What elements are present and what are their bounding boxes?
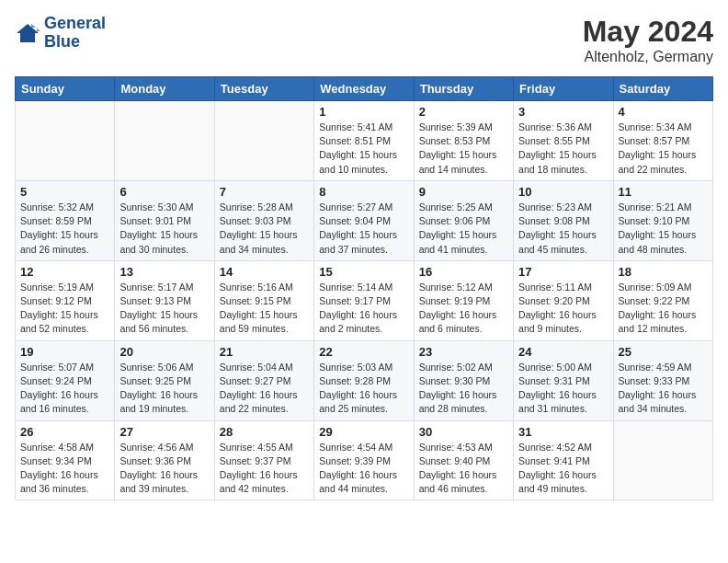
calendar-cell: 3Sunrise: 5:36 AMSunset: 8:55 PMDaylight…	[514, 101, 613, 181]
day-info: Sunrise: 5:36 AMSunset: 8:55 PMDaylight:…	[518, 121, 608, 177]
day-number: 14	[220, 265, 309, 279]
calendar-cell: 11Sunrise: 5:21 AMSunset: 9:10 PMDayligh…	[613, 180, 712, 260]
weekday-header: Saturday	[613, 77, 712, 101]
day-number: 25	[619, 345, 708, 359]
calendar-cell: 17Sunrise: 5:11 AMSunset: 9:20 PMDayligh…	[514, 260, 613, 340]
day-number: 15	[319, 265, 408, 279]
logo-line2: Blue	[44, 33, 106, 52]
day-number: 12	[20, 265, 109, 279]
calendar-cell: 27Sunrise: 4:56 AMSunset: 9:36 PMDayligh…	[115, 420, 214, 500]
day-info: Sunrise: 4:59 AMSunset: 9:33 PMDaylight:…	[619, 361, 708, 417]
day-info: Sunrise: 5:27 AMSunset: 9:04 PMDaylight:…	[319, 201, 408, 257]
day-info: Sunrise: 4:55 AMSunset: 9:37 PMDaylight:…	[220, 441, 309, 497]
calendar-cell	[214, 101, 313, 181]
calendar-cell: 31Sunrise: 4:52 AMSunset: 9:41 PMDayligh…	[514, 420, 613, 500]
calendar-cell: 5Sunrise: 5:32 AMSunset: 8:59 PMDaylight…	[16, 180, 115, 260]
day-info: Sunrise: 5:19 AMSunset: 9:12 PMDaylight:…	[20, 281, 109, 337]
weekday-header: Sunday	[16, 77, 115, 101]
month-year: May 2024	[583, 15, 713, 49]
day-info: Sunrise: 5:00 AMSunset: 9:31 PMDaylight:…	[518, 361, 608, 417]
logo: General Blue	[15, 15, 106, 52]
day-info: Sunrise: 4:58 AMSunset: 9:34 PMDaylight:…	[20, 441, 109, 497]
day-info: Sunrise: 5:12 AMSunset: 9:19 PMDaylight:…	[419, 281, 508, 337]
day-info: Sunrise: 5:02 AMSunset: 9:30 PMDaylight:…	[419, 361, 508, 417]
day-info: Sunrise: 5:28 AMSunset: 9:03 PMDaylight:…	[220, 201, 309, 257]
calendar-cell: 9Sunrise: 5:25 AMSunset: 9:06 PMDaylight…	[414, 180, 513, 260]
day-number: 21	[220, 345, 309, 359]
calendar-cell: 16Sunrise: 5:12 AMSunset: 9:19 PMDayligh…	[414, 260, 513, 340]
day-info: Sunrise: 5:23 AMSunset: 9:08 PMDaylight:…	[518, 201, 608, 257]
calendar-cell: 20Sunrise: 5:06 AMSunset: 9:25 PMDayligh…	[115, 340, 214, 420]
calendar-cell: 13Sunrise: 5:17 AMSunset: 9:13 PMDayligh…	[115, 260, 214, 340]
day-info: Sunrise: 5:06 AMSunset: 9:25 PMDaylight:…	[119, 361, 209, 417]
day-info: Sunrise: 5:14 AMSunset: 9:17 PMDaylight:…	[319, 281, 408, 337]
calendar-cell: 12Sunrise: 5:19 AMSunset: 9:12 PMDayligh…	[16, 260, 115, 340]
calendar-cell	[115, 101, 214, 181]
day-info: Sunrise: 5:09 AMSunset: 9:22 PMDaylight:…	[619, 281, 708, 337]
day-number: 23	[419, 345, 508, 359]
calendar-week-row: 5Sunrise: 5:32 AMSunset: 8:59 PMDaylight…	[16, 180, 713, 260]
calendar-cell: 26Sunrise: 4:58 AMSunset: 9:34 PMDayligh…	[16, 420, 115, 500]
calendar-cell: 7Sunrise: 5:28 AMSunset: 9:03 PMDaylight…	[214, 180, 313, 260]
calendar-cell: 29Sunrise: 4:54 AMSunset: 9:39 PMDayligh…	[314, 420, 414, 500]
day-info: Sunrise: 5:25 AMSunset: 9:06 PMDaylight:…	[419, 201, 508, 257]
page-header: General Blue May 2024 Altenholz, Germany	[15, 15, 713, 65]
day-number: 10	[518, 185, 608, 199]
calendar-cell: 1Sunrise: 5:41 AMSunset: 8:51 PMDaylight…	[314, 101, 414, 181]
calendar-cell: 25Sunrise: 4:59 AMSunset: 9:33 PMDayligh…	[613, 340, 712, 420]
day-info: Sunrise: 4:53 AMSunset: 9:40 PMDaylight:…	[419, 441, 508, 497]
logo-icon	[15, 20, 40, 46]
day-info: Sunrise: 5:16 AMSunset: 9:15 PMDaylight:…	[220, 281, 309, 337]
calendar-cell: 28Sunrise: 4:55 AMSunset: 9:37 PMDayligh…	[214, 420, 313, 500]
day-number: 28	[220, 425, 309, 439]
day-info: Sunrise: 4:56 AMSunset: 9:36 PMDaylight:…	[119, 441, 209, 497]
weekday-header: Wednesday	[314, 77, 414, 101]
weekday-header-row: SundayMondayTuesdayWednesdayThursdayFrid…	[16, 77, 713, 101]
calendar-week-row: 19Sunrise: 5:07 AMSunset: 9:24 PMDayligh…	[16, 340, 713, 420]
day-number: 17	[518, 265, 608, 279]
calendar-cell	[613, 420, 712, 500]
day-number: 16	[419, 265, 508, 279]
logo-line1: General	[44, 15, 106, 33]
calendar-cell: 24Sunrise: 5:00 AMSunset: 9:31 PMDayligh…	[514, 340, 613, 420]
day-number: 13	[119, 265, 209, 279]
day-info: Sunrise: 5:17 AMSunset: 9:13 PMDaylight:…	[119, 281, 209, 337]
day-number: 3	[518, 105, 608, 119]
calendar-cell: 30Sunrise: 4:53 AMSunset: 9:40 PMDayligh…	[414, 420, 513, 500]
day-number: 19	[20, 345, 109, 359]
calendar-cell: 8Sunrise: 5:27 AMSunset: 9:04 PMDaylight…	[314, 180, 414, 260]
day-number: 9	[419, 185, 508, 199]
calendar-table: SundayMondayTuesdayWednesdayThursdayFrid…	[15, 76, 713, 500]
day-info: Sunrise: 5:34 AMSunset: 8:57 PMDaylight:…	[619, 121, 708, 177]
day-number: 20	[119, 345, 209, 359]
day-number: 8	[319, 185, 408, 199]
calendar-cell: 19Sunrise: 5:07 AMSunset: 9:24 PMDayligh…	[16, 340, 115, 420]
weekday-header: Friday	[514, 77, 613, 101]
calendar-week-row: 1Sunrise: 5:41 AMSunset: 8:51 PMDaylight…	[16, 101, 713, 181]
location: Altenholz, Germany	[583, 49, 713, 65]
calendar-cell: 22Sunrise: 5:03 AMSunset: 9:28 PMDayligh…	[314, 340, 414, 420]
calendar-cell: 10Sunrise: 5:23 AMSunset: 9:08 PMDayligh…	[514, 180, 613, 260]
calendar-cell: 6Sunrise: 5:30 AMSunset: 9:01 PMDaylight…	[115, 180, 214, 260]
day-info: Sunrise: 5:04 AMSunset: 9:27 PMDaylight:…	[220, 361, 309, 417]
calendar-cell: 4Sunrise: 5:34 AMSunset: 8:57 PMDaylight…	[613, 101, 712, 181]
day-number: 29	[319, 425, 408, 439]
weekday-header: Tuesday	[214, 77, 313, 101]
day-number: 2	[419, 105, 508, 119]
day-info: Sunrise: 5:07 AMSunset: 9:24 PMDaylight:…	[20, 361, 109, 417]
day-number: 26	[20, 425, 109, 439]
day-number: 5	[20, 185, 109, 199]
title-block: May 2024 Altenholz, Germany	[583, 15, 713, 65]
calendar-cell: 2Sunrise: 5:39 AMSunset: 8:53 PMDaylight…	[414, 101, 513, 181]
weekday-header: Monday	[115, 77, 214, 101]
day-number: 11	[619, 185, 708, 199]
calendar-cell	[16, 101, 115, 181]
calendar-week-row: 26Sunrise: 4:58 AMSunset: 9:34 PMDayligh…	[16, 420, 713, 500]
day-number: 7	[220, 185, 309, 199]
calendar-week-row: 12Sunrise: 5:19 AMSunset: 9:12 PMDayligh…	[16, 260, 713, 340]
day-info: Sunrise: 5:30 AMSunset: 9:01 PMDaylight:…	[119, 201, 209, 257]
day-info: Sunrise: 5:03 AMSunset: 9:28 PMDaylight:…	[319, 361, 408, 417]
day-number: 27	[119, 425, 209, 439]
day-info: Sunrise: 5:39 AMSunset: 8:53 PMDaylight:…	[419, 121, 508, 177]
day-number: 4	[619, 105, 708, 119]
